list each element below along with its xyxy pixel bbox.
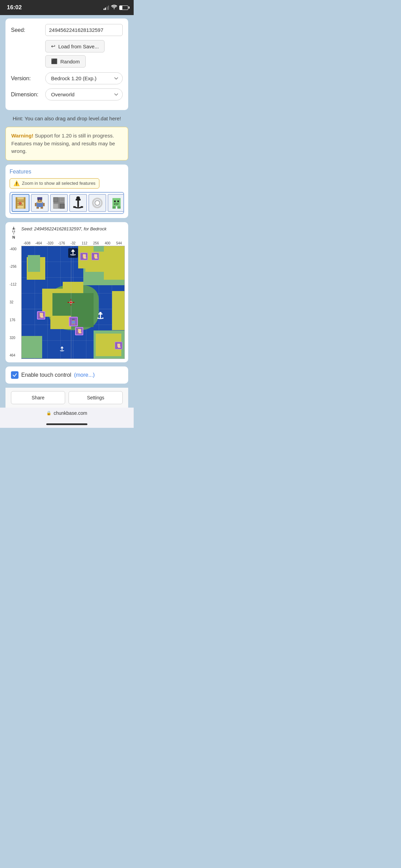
svg-rect-37 <box>114 200 116 202</box>
sand-beach-bottom <box>50 316 71 329</box>
map-with-labels: -400 -256 -112 32 176 320 464 <box>9 246 125 359</box>
status-time: 16:02 <box>7 4 22 11</box>
y-label-1: -400 <box>10 247 21 251</box>
dimension-select[interactable]: Overworld <box>45 88 123 100</box>
load-label: Load from Save... <box>58 44 99 49</box>
map-section: N Seed: 2494562241628132597, for Bedrock… <box>5 222 128 362</box>
signal-bars-icon <box>104 5 109 10</box>
anchor-map-icon <box>70 250 76 256</box>
map-icon-shipwreck-top[interactable] <box>68 248 78 258</box>
map-seed-text: Seed: 2494562241628132597, for Bedrock <box>21 226 107 231</box>
svg-rect-18 <box>35 203 37 206</box>
svg-rect-63 <box>72 324 73 325</box>
share-button[interactable]: Share <box>11 391 65 404</box>
svg-rect-4 <box>17 200 24 200</box>
map-icon-treasure-bottom[interactable]: 📜 <box>75 327 83 335</box>
svg-rect-32 <box>73 206 76 208</box>
settings-button[interactable]: Settings <box>69 391 123 404</box>
treasure-icon-left: 📜 <box>38 313 44 318</box>
svg-rect-25 <box>54 198 58 201</box>
features-icons-row: ▼ <box>10 192 124 214</box>
random-button[interactable]: ⬛ Random <box>45 55 86 68</box>
dimension-row: Dimension: Overworld <box>11 88 123 100</box>
x-label-1: -608 <box>21 241 33 245</box>
dimension-label: Dimension: <box>11 92 45 98</box>
features-title: Features <box>10 169 31 175</box>
svg-rect-74 <box>63 350 64 351</box>
zoom-badge: ⚠️ Zoom in to show all selected features <box>10 178 99 189</box>
svg-rect-26 <box>61 198 64 201</box>
version-row: Version: Bedrock 1.20 (Exp.) <box>11 72 123 84</box>
svg-rect-19 <box>43 203 45 206</box>
random-icon: ⬛ <box>51 58 58 64</box>
x-label-9: 544 <box>113 241 125 245</box>
seed-row: Seed: <box>11 24 123 36</box>
land-right-edge <box>112 291 124 330</box>
feature-icon-shipwreck[interactable] <box>69 194 87 212</box>
anchor-map-icon-bottom <box>59 347 65 352</box>
warning-triangle-icon: ⚠️ <box>13 180 20 186</box>
map-icon-shipwreck-bottom[interactable] <box>59 346 65 353</box>
svg-rect-15 <box>37 202 42 203</box>
feature-icon-igloo[interactable] <box>88 194 106 212</box>
feature-icon-village[interactable] <box>31 194 49 212</box>
svg-rect-60 <box>73 320 73 320</box>
load-icon: ↩ <box>51 43 56 49</box>
warning-title: Warning! <box>11 133 33 138</box>
zombie-icon <box>110 196 123 209</box>
y-label-3: -112 <box>10 282 21 286</box>
battery-icon <box>119 5 128 10</box>
svg-rect-27 <box>54 204 58 208</box>
touch-control-checkbox[interactable] <box>11 371 19 379</box>
warning-box: Warning! Support for 1.20 is still in pr… <box>5 127 128 160</box>
feature-icon-dungeon[interactable] <box>50 194 68 212</box>
map-canvas[interactable]: 📜 📜 📜 <box>21 246 125 359</box>
map-icon-treasure-1[interactable]: 📜 <box>80 253 88 260</box>
feature-icon-zombie-village[interactable] <box>108 194 124 212</box>
random-label: Random <box>60 59 80 64</box>
treasure-icon-2: 📜 <box>93 254 98 259</box>
treasure-icon-1: 📜 <box>82 254 87 259</box>
home-indicator <box>0 421 134 428</box>
load-from-save-button[interactable]: ↩ Load from Save... <box>45 40 105 52</box>
browser-bar: 🔒 chunkbase.com <box>0 408 134 421</box>
bottom-bar: Share Settings <box>5 388 128 408</box>
svg-rect-41 <box>117 204 118 204</box>
map-icon-treasure-right-bottom[interactable]: 📜 <box>115 342 122 349</box>
svg-rect-3 <box>24 197 26 208</box>
map-icon-shipwreck-right[interactable] <box>96 311 105 321</box>
svg-rect-59 <box>72 318 75 320</box>
lock-icon: 🔒 <box>46 411 51 415</box>
treasure-icon-bottom: 📜 <box>77 329 82 334</box>
wifi-icon <box>111 5 117 11</box>
svg-rect-10 <box>37 197 42 200</box>
x-label-6: 112 <box>79 241 90 245</box>
villager-icon <box>33 196 46 209</box>
svg-rect-43 <box>112 206 116 208</box>
version-select[interactable]: Bedrock 1.20 (Exp.) <box>45 72 123 84</box>
map-y-axis: -400 -256 -112 32 176 320 464 <box>9 246 21 359</box>
svg-rect-62 <box>72 321 75 324</box>
status-bar: 16:02 <box>0 0 134 15</box>
anchor-map-icon-right <box>96 312 105 320</box>
svg-rect-5 <box>17 201 24 202</box>
map-icon-village[interactable] <box>69 317 78 326</box>
svg-rect-44 <box>117 206 121 208</box>
svg-rect-64 <box>74 324 75 325</box>
feature-icon-buried-treasure[interactable] <box>12 194 29 212</box>
svg-rect-13 <box>38 201 41 202</box>
map-header: N Seed: 2494562241628132597, for Bedrock <box>9 226 125 239</box>
svg-rect-8 <box>19 202 21 204</box>
villager-map-icon <box>70 318 77 325</box>
seed-input[interactable] <box>45 24 123 36</box>
svg-rect-33 <box>81 206 83 208</box>
touch-control-section: Enable touch control (more...) <box>5 366 128 384</box>
map-icon-treasure-left[interactable]: 📜 <box>37 311 45 320</box>
map-icon-treasure-2[interactable]: 📜 <box>92 253 99 260</box>
x-label-8: 400 <box>102 241 113 245</box>
version-label: Version: <box>11 75 45 82</box>
more-link[interactable]: (more...) <box>74 372 95 378</box>
svg-rect-12 <box>40 200 41 200</box>
anchor-icon <box>72 196 85 209</box>
svg-rect-36 <box>112 198 121 206</box>
